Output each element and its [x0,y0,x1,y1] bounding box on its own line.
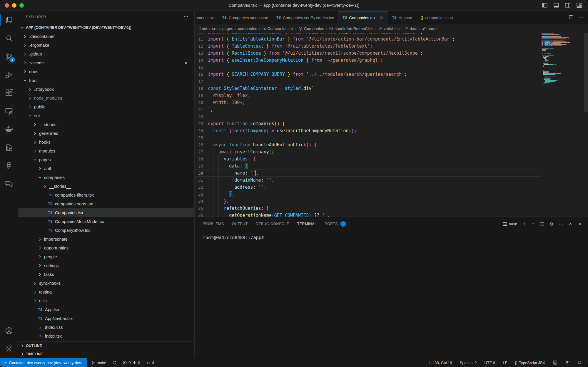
branch-indicator[interactable]: main* [88,358,109,367]
tree-item-AppNavbar.tsx[interactable]: TSAppNavbar.tsx [18,314,194,323]
activity-search-button[interactable] [0,29,18,47]
tree-item-companies[interactable]: companies [18,173,194,182]
code-line-33[interactable]: 33 }, [195,191,541,198]
code-line-18[interactable]: 18const StyledTableContainer = styled.di… [195,85,541,92]
breadcrumb-item-variables[interactable]: variables [378,26,400,31]
code-line-14[interactable]: 14import { useInsertOneCompanyMutation }… [195,57,541,64]
more-editor-actions-button[interactable] [578,15,583,21]
activity-run-debug-button[interactable] [0,66,18,84]
kill-terminal-button[interactable] [549,222,554,226]
tree-item-pages[interactable]: pages [18,155,194,164]
toggle-primary-sidebar-button[interactable] [541,2,548,9]
outline-section-header[interactable]: OUTLINE [18,341,194,350]
breadcrumb-item-Companies[interactable]: Companies [298,26,324,31]
new-terminal-button[interactable] [522,222,527,226]
status-eol[interactable]: LF [500,358,510,367]
code-line-35[interactable]: 35 refetchQueries: [ [195,205,541,212]
tree-item-App.tsx[interactable]: TSApp.tsx [18,305,194,314]
tree-item-settings[interactable]: settings [18,261,194,270]
minimize-window-button[interactable] [12,3,16,8]
code-line-10[interactable]: 10import { WithTopBarContainer } from '@… [195,33,541,36]
toggle-panel-button[interactable] [553,2,560,9]
code-line-12[interactable]: 12import { TableContext } from '@/ui/tab… [195,43,541,50]
code-editor[interactable]: 10import { WithTopBarContainer } from '@… [195,33,588,217]
terminal-shell-picker[interactable]: bash [503,222,517,226]
tree-item-src[interactable]: src [18,111,194,120]
tab-App.tsx[interactable]: TSApp.tsx [388,11,416,24]
tab-stories.tsx[interactable]: stories.tsx [195,11,218,24]
code-line-30[interactable]: 30 name: '', [195,170,541,177]
code-line-11[interactable]: 11import { EntityTableActionBar } from '… [195,36,541,43]
panel-tab-PROBLEMS[interactable]: PROBLEMS [203,217,224,231]
problems-indicator[interactable]: 0 0 [120,358,142,367]
activity-explorer-button[interactable] [0,11,18,29]
tree-item-tasks[interactable]: tasks [18,270,194,279]
status-person[interactable] [563,358,572,367]
breadcrumb-item-front[interactable]: front [199,26,207,31]
activity-figma-button[interactable] [0,157,18,175]
workspace-section-header[interactable]: APP [CONTAINER DEV-TWENTY-DEV (DEV-TWENT… [18,23,194,32]
minimap[interactable] [542,33,583,86]
customize-layout-button[interactable] [576,2,583,9]
split-editor-button[interactable] [569,15,574,21]
activity-comments-button[interactable] [0,175,18,193]
tree-item-public[interactable]: public [18,103,194,111]
split-terminal-button[interactable] [539,222,544,227]
activity-dev-containers-button[interactable] [0,138,18,157]
maximize-panel-button[interactable] [568,222,573,226]
tree-item-companies-filters.tsx[interactable]: TScompanies-filters.tsx [18,191,194,200]
tree-item-__stories__[interactable]: __stories__ [18,120,194,129]
tree-item-.ergomake[interactable]: .ergomake [18,41,194,50]
tree-item-impersonate[interactable]: impersonate [18,235,194,244]
tree-item-opportunities[interactable]: opportunities [18,244,194,252]
activity-extensions-button[interactable] [0,84,18,102]
close-window-button[interactable] [5,3,9,8]
tree-item-.devcontainer[interactable]: .devcontainer [18,32,194,41]
zoom-window-button[interactable] [19,3,24,8]
panel-tab-OUTPUT[interactable]: OUTPUT [232,217,248,231]
status-language-mode[interactable]: {}TypeScript JSX [512,358,547,367]
breadcrumb-item-name[interactable]: name [422,26,437,31]
code-line-16[interactable]: 16import { SEARCH_COMPANY_QUERY } from '… [195,71,541,78]
ports-indicator[interactable]: 4 [144,358,156,367]
tree-item-.storybook[interactable]: .storybook [18,85,194,94]
tree-item-index.css[interactable]: #index.css [18,323,194,332]
timeline-section-header[interactable]: TIMELINE [18,350,194,358]
tree-item-testing[interactable]: testing [18,288,194,296]
tree-item-CompaniesMockMode.tsx[interactable]: TSCompaniesMockMode.tsx [18,217,194,226]
tree-item-hooks[interactable]: hooks [18,138,194,147]
panel-tab-DEBUG CONSOLE[interactable]: DEBUG CONSOLE [255,217,289,231]
code-line-20[interactable]: 20 width: 100%; [195,99,541,106]
close-panel-button[interactable] [578,222,582,226]
panel-more-actions-button[interactable] [559,222,564,227]
code-line-32[interactable]: 32 address: '', [195,184,541,191]
activity-docker-button[interactable] [0,120,18,138]
tree-item-people[interactable]: people [18,252,194,261]
code-line-29[interactable]: 29 data: { [195,162,541,170]
breadcrumb-item-companies[interactable]: companies [238,26,257,31]
code-line-27[interactable]: 27 await insertCompany({ [195,148,541,155]
tree-item-docs[interactable]: docs [18,67,194,76]
sync-button[interactable] [110,358,119,367]
code-line-34[interactable]: 34 }, [195,198,541,205]
tree-item-__stories__[interactable]: __stories__ [18,182,194,191]
tree-item-.github[interactable]: .github [18,50,194,58]
tree-item-utils[interactable]: utils [18,296,194,305]
code-line-25[interactable]: 25 [195,134,541,141]
breadcrumb-item-Companies.tsx[interactable]: TSCompanies.tsx [262,26,293,31]
breadcrumb-item-data[interactable]: data [405,26,417,31]
code-line-22[interactable]: 22 [195,113,541,120]
tree-item-node_modules[interactable]: node_modules [18,94,194,103]
code-line-36[interactable]: 36 getOperationName(GET_COMPANIES) ?? ''… [195,212,541,217]
status-feedback[interactable] [550,358,560,367]
tree-item-modules[interactable]: modules [18,147,194,155]
terminal-dropdown-icon[interactable] [531,222,535,226]
tree-item-front[interactable]: front [18,76,194,85]
activity-settings-gear-button[interactable] [0,340,18,358]
tree-item-Companies.tsx[interactable]: TSCompanies.tsx [18,208,194,217]
terminal[interactable]: root@0a42ecd84891:/app# [195,231,588,358]
code-line-21[interactable]: 21`; [195,106,541,113]
status-indentation[interactable]: Spaces: 2 [457,358,479,367]
code-line-26[interactable]: 26 async function handleAddButtonClick()… [195,141,541,148]
explorer-more-actions-icon[interactable] [183,14,188,20]
